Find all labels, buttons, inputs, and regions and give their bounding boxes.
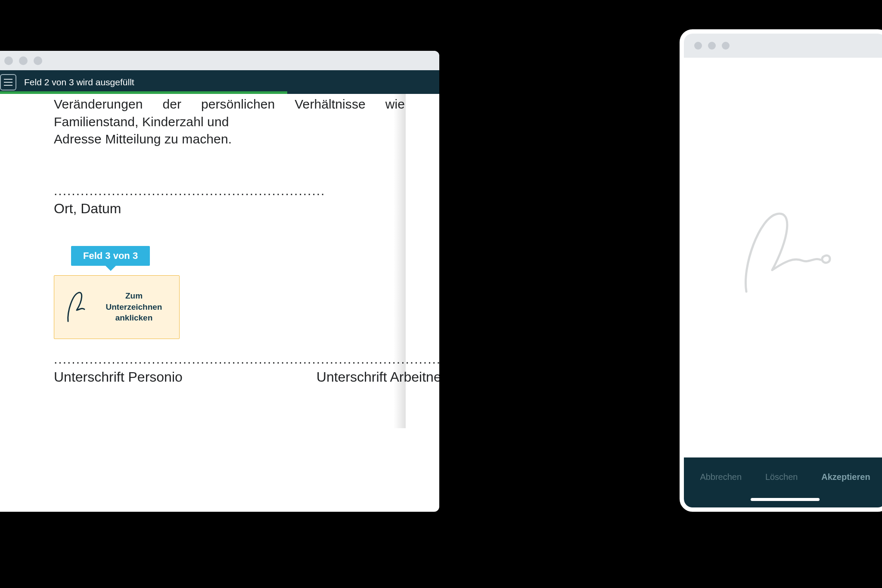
traffic-light-zoom-icon[interactable]: [34, 56, 42, 65]
signature-dots-right: ........................................…: [317, 352, 439, 367]
traffic-light-close-icon[interactable]: [4, 56, 13, 65]
field-indicator-bubble: Feld 3 von 3: [71, 246, 150, 266]
contract-body: Veränderungen der persönlichen Verhältni…: [54, 96, 405, 148]
signing-progress-text: Feld 2 von 3 wird ausgefüllt: [24, 77, 134, 87]
traffic-light-close-icon[interactable]: [694, 42, 702, 50]
home-indicator: [684, 496, 882, 502]
accept-button[interactable]: Akzeptieren: [821, 472, 870, 482]
signature-lines-row: ........................................…: [54, 352, 405, 385]
desktop-titlebar: [0, 51, 439, 70]
mobile-titlebar: [684, 34, 882, 58]
clear-button[interactable]: Löschen: [765, 472, 798, 482]
contract-body-line: Veränderungen der persönlichen Verhältni…: [54, 96, 405, 131]
mobile-signature-panel: Abbrechen Löschen Akzeptieren: [680, 29, 882, 512]
desktop-app-window: Feld 2 von 3 wird ausgefüllt Veränderung…: [0, 51, 439, 512]
menu-button[interactable]: [0, 74, 16, 90]
mobile-action-bar: Abbrechen Löschen Akzeptieren: [684, 457, 882, 496]
drawn-signature-icon: [729, 205, 841, 300]
place-date-label: Ort, Datum: [54, 201, 405, 217]
signature-draw-canvas[interactable]: [684, 58, 882, 457]
signature-dots-left: ........................................…: [54, 352, 317, 367]
traffic-light-min-icon[interactable]: [19, 56, 28, 65]
signature-field-label: Zum Unterzeichnen anklicken: [98, 290, 170, 324]
signature-field[interactable]: Zum Unterzeichnen anklicken: [54, 275, 180, 339]
signature-caption-right: Unterschrift Arbeitnehmer/-in: [317, 369, 439, 385]
cancel-button[interactable]: Abbrechen: [700, 472, 742, 482]
traffic-light-min-icon[interactable]: [708, 42, 716, 50]
contract-body-line: Adresse Mitteilung zu machen.: [54, 131, 405, 148]
document-page: Veränderungen der persönlichen Verhältni…: [54, 94, 405, 385]
signing-toolbar: Feld 2 von 3 wird ausgefüllt: [0, 70, 439, 94]
place-date-dots: ........................................…: [54, 184, 405, 198]
document-viewport[interactable]: Veränderungen der persönlichen Verhältni…: [0, 94, 439, 428]
signature-icon: [64, 288, 88, 327]
traffic-light-zoom-icon[interactable]: [722, 42, 730, 50]
signature-caption-left: Unterschrift Personio: [54, 369, 317, 385]
